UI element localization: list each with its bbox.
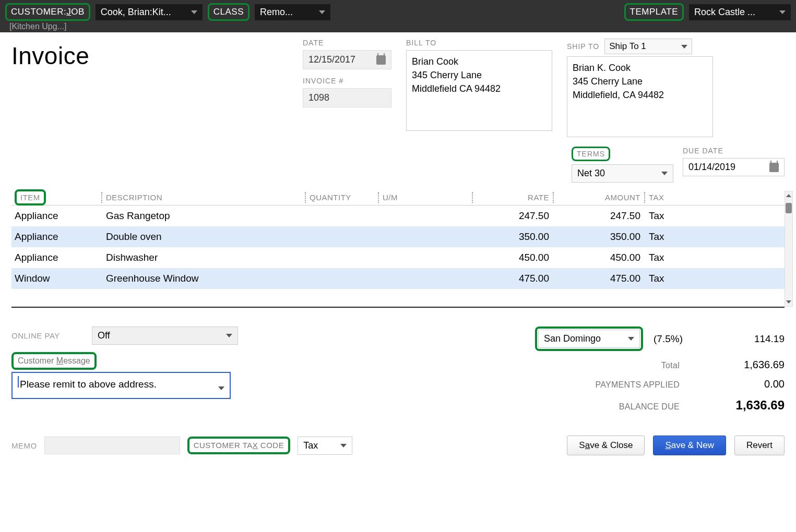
page-title: Invoice bbox=[11, 39, 288, 70]
total-value: 1,636.69 bbox=[693, 355, 785, 374]
table-body: ApplianceGas Rangetop247.50247.50TaxAppl… bbox=[11, 205, 785, 307]
class-label: CLASS bbox=[208, 3, 250, 21]
column-rate: RATE bbox=[528, 193, 549, 202]
cell-rate[interactable]: 350.00 bbox=[473, 228, 554, 246]
customer-job-subtext: [Kitchen Upg...] bbox=[5, 22, 330, 31]
class-value: Remo... bbox=[260, 7, 293, 18]
calendar-icon[interactable] bbox=[769, 163, 779, 172]
column-um: U/M bbox=[383, 193, 398, 202]
caret-down-icon bbox=[661, 172, 668, 175]
customer-job-dropdown[interactable]: Cook, Brian:Kit... bbox=[96, 4, 203, 20]
cell-rate[interactable]: 450.00 bbox=[473, 249, 554, 267]
ship-to-block: SHIP TO Ship To 1 Brian K. Cook 345 Cher… bbox=[567, 39, 713, 137]
due-date-input[interactable]: 01/14/2019 bbox=[683, 158, 785, 176]
balance-due-label: BALANCE DUE bbox=[533, 399, 680, 415]
table-row-empty[interactable] bbox=[11, 289, 785, 307]
cell-rate[interactable]: 247.50 bbox=[473, 207, 554, 225]
customer-job-value: Cook, Brian:Kit... bbox=[101, 7, 171, 18]
cell-amount[interactable]: 475.00 bbox=[554, 270, 646, 287]
cell-quantity[interactable] bbox=[306, 275, 379, 282]
save-close-button[interactable]: Save & Close bbox=[567, 436, 645, 455]
calendar-icon[interactable] bbox=[376, 55, 386, 65]
column-description: DESCRIPTION bbox=[106, 193, 162, 202]
cell-quantity[interactable] bbox=[306, 234, 379, 240]
ship-to-dropdown[interactable]: Ship To 1 bbox=[604, 39, 692, 54]
customer-message-value: Please remit to above address. bbox=[20, 379, 157, 390]
customer-message-label: Customer Message bbox=[11, 352, 97, 370]
cell-um[interactable] bbox=[379, 213, 473, 219]
cell-tax[interactable]: Tax bbox=[646, 249, 785, 267]
class-dropdown[interactable]: Remo... bbox=[255, 4, 330, 20]
cell-quantity[interactable] bbox=[306, 213, 379, 219]
customer-job-label: CUSTOMER:JOB bbox=[5, 3, 90, 21]
cell-rate[interactable]: 475.00 bbox=[473, 270, 554, 287]
table-row[interactable]: ApplianceGas Rangetop247.50247.50Tax bbox=[11, 205, 785, 226]
customer-tax-code-value: Tax bbox=[303, 440, 318, 451]
bill-to-label: BILL TO bbox=[406, 39, 552, 47]
cell-um[interactable] bbox=[379, 255, 473, 261]
tax-percent: (7.5%) bbox=[654, 333, 683, 345]
table-row[interactable]: ApplianceDouble oven350.00350.00Tax bbox=[11, 226, 785, 247]
footer-row: MEMO CUSTOMER TAX CODE Tax Save & Close … bbox=[11, 436, 785, 455]
cell-item[interactable]: Window bbox=[11, 270, 103, 287]
due-date-label: DUE DATE bbox=[683, 147, 785, 155]
online-pay-dropdown[interactable]: Off bbox=[92, 327, 238, 345]
table-row[interactable]: WindowGreenhouse Window475.00475.00Tax bbox=[11, 268, 785, 289]
template-value: Rock Castle ... bbox=[694, 7, 755, 18]
cell-amount[interactable]: 247.50 bbox=[554, 207, 646, 225]
invoice-number-value: 1098 bbox=[308, 92, 329, 103]
cell-amount[interactable]: 450.00 bbox=[554, 249, 646, 267]
online-pay-value: Off bbox=[98, 330, 110, 341]
cell-description[interactable]: Double oven bbox=[103, 228, 306, 246]
bill-to-block: BILL TO Brian Cook 345 Cherry Lane Middl… bbox=[406, 39, 552, 131]
template-dropdown[interactable]: Rock Castle ... bbox=[689, 4, 791, 20]
cell-tax[interactable]: Tax bbox=[646, 270, 785, 287]
column-tax: TAX bbox=[649, 193, 664, 202]
date-value: 12/15/2017 bbox=[308, 54, 355, 65]
ship-to-select-value: Ship To 1 bbox=[609, 41, 646, 52]
column-quantity: QUANTITY bbox=[310, 193, 351, 202]
date-input[interactable]: 12/15/2017 bbox=[303, 50, 391, 69]
customer-message-dropdown[interactable]: Please remit to above address. bbox=[11, 372, 231, 399]
scrollbar[interactable] bbox=[785, 191, 793, 307]
scroll-up-icon[interactable] bbox=[786, 194, 791, 197]
revert-button[interactable]: Revert bbox=[734, 436, 785, 455]
invoice-number-input[interactable]: 1098 bbox=[303, 88, 391, 107]
cell-um[interactable] bbox=[379, 275, 473, 282]
cell-tax[interactable]: Tax bbox=[646, 228, 785, 246]
terms-dropdown[interactable]: Net 30 bbox=[572, 164, 673, 183]
tax-item-highlight: San Domingo bbox=[535, 327, 643, 351]
cell-description[interactable]: Dishwasher bbox=[103, 249, 306, 267]
cell-item[interactable]: Appliance bbox=[11, 249, 103, 267]
scroll-thumb[interactable] bbox=[786, 203, 792, 213]
cell-tax[interactable]: Tax bbox=[646, 207, 785, 225]
caret-down-icon bbox=[681, 45, 687, 49]
caret-down-icon bbox=[340, 444, 347, 448]
line-items-table: ITEM DESCRIPTION QUANTITY U/M RATE AMOUN… bbox=[11, 190, 785, 308]
cell-amount[interactable]: 350.00 bbox=[554, 228, 646, 246]
cell-um[interactable] bbox=[379, 234, 473, 240]
cell-description[interactable]: Greenhouse Window bbox=[103, 270, 306, 287]
caret-down-icon bbox=[218, 386, 224, 390]
table-row[interactable]: ApplianceDishwasher450.00450.00Tax bbox=[11, 247, 785, 268]
scroll-down-icon[interactable] bbox=[786, 300, 791, 304]
ship-to-address[interactable]: Brian K. Cook 345 Cherry Lane Middlefiel… bbox=[567, 56, 713, 137]
save-new-button[interactable]: Save & New bbox=[653, 436, 726, 455]
memo-input[interactable] bbox=[44, 437, 180, 454]
invoice-header: Invoice DATE 12/15/2017 INVOICE # 1098 B… bbox=[11, 39, 785, 137]
memo-label: MEMO bbox=[11, 441, 37, 450]
customer-tax-code-dropdown[interactable]: Tax bbox=[298, 437, 352, 455]
table-header: ITEM DESCRIPTION QUANTITY U/M RATE AMOUN… bbox=[11, 190, 785, 205]
cell-description[interactable]: Gas Rangetop bbox=[103, 207, 306, 225]
cell-item[interactable]: Appliance bbox=[11, 228, 103, 246]
terms-row: TERMS Net 30 DUE DATE 01/14/2019 bbox=[11, 147, 785, 183]
total-label: Total bbox=[533, 358, 680, 373]
caret-down-icon bbox=[779, 10, 786, 14]
cell-item[interactable]: Appliance bbox=[11, 207, 103, 225]
bill-to-address[interactable]: Brian Cook 345 Cherry Lane Middlefield C… bbox=[406, 50, 552, 131]
online-pay-label: ONLINE PAY bbox=[11, 331, 79, 340]
invoice-number-label: INVOICE # bbox=[303, 77, 391, 85]
top-toolbar: CUSTOMER:JOB Cook, Brian:Kit... CLASS Re… bbox=[0, 0, 796, 32]
cell-quantity[interactable] bbox=[306, 255, 379, 261]
tax-item-dropdown[interactable]: San Domingo bbox=[538, 330, 640, 348]
